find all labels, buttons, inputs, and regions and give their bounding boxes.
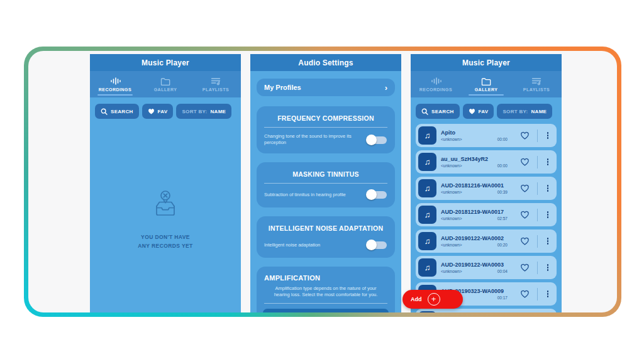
masking-tinnitus-desc: Subtraction of tinnitus in hearing profi… — [264, 192, 346, 198]
tab-recordings-label: RECORDINGS — [419, 87, 452, 92]
divider — [264, 183, 387, 184]
tab-playlists-label: PLAYLISTS — [203, 87, 229, 92]
tab-recordings[interactable]: RECORDINGS — [90, 71, 140, 97]
masking-tinnitus-toggle[interactable] — [366, 189, 387, 200]
amplification-title: AMPLIFICATION — [264, 274, 387, 282]
track-title: Apito — [441, 130, 508, 136]
track-artist: <unknown> — [441, 163, 462, 168]
music-note-icon: ♫ — [418, 311, 436, 312]
favorite-heart-icon[interactable] — [520, 131, 530, 140]
track-text: AUD-20190122-WA0002<unknown>00:20 — [441, 235, 508, 247]
track-text: AUD-20181219-WA0017<unknown>02:57 — [441, 209, 508, 221]
track-duration: 02:57 — [497, 216, 508, 221]
track-row[interactable]: ♫AUD-20181216-WA0001<unknown>00:39 — [416, 177, 557, 200]
music-note-icon: ♫ — [418, 206, 436, 224]
settings-title: Audio Settings — [298, 58, 353, 67]
tab-playlists[interactable]: PLAYLISTS — [191, 71, 241, 97]
divider — [264, 303, 387, 304]
fav-filter-button[interactable]: FAV — [142, 104, 174, 119]
my-profiles-label: My Profiles — [264, 84, 301, 91]
tab-playlists[interactable]: PLAYLISTS — [511, 71, 562, 97]
track-artist: <unknown> — [441, 137, 462, 141]
more-options-icon[interactable] — [544, 209, 552, 221]
playlist-icon — [211, 77, 221, 86]
tab-recordings[interactable]: RECORDINGS — [411, 71, 461, 97]
track-title: AUD-20181219-WA0017 — [441, 209, 508, 215]
divider — [537, 288, 538, 301]
track-title: AUD-20190122-WA0002 — [441, 235, 508, 241]
search-icon — [101, 108, 108, 115]
amplification-dectone-button[interactable]: DECTONE — [263, 309, 389, 313]
app-title: Music Player — [462, 58, 510, 67]
favorite-heart-icon[interactable] — [520, 211, 530, 219]
empty-state: YOU DON'T HAVE ANY RECORDS YET — [90, 189, 241, 250]
favorite-heart-icon[interactable] — [520, 158, 530, 166]
more-options-icon[interactable] — [544, 183, 552, 194]
plus-icon: + — [428, 293, 440, 306]
favorite-heart-icon[interactable] — [520, 184, 530, 192]
screen-recordings: Music Player RECORDINGS GALLERY PLAYLIST… — [90, 54, 241, 312]
noise-adaptation-toggle[interactable] — [366, 240, 387, 250]
fav-filter-button[interactable]: FAV — [463, 104, 494, 119]
music-note-icon: ♫ — [418, 153, 436, 171]
frequency-compression-title: FREQUENCY COMPRESSION — [263, 114, 389, 122]
track-row[interactable]: ♫AUD-20181219-WA0017<unknown>02:57 — [416, 203, 557, 226]
tab-bar: RECORDINGS GALLERY PLAYLISTS — [90, 71, 241, 97]
track-artist: <unknown> — [441, 190, 462, 194]
page-title: Music Player — [411, 54, 562, 71]
search-label: SEARCH — [111, 109, 133, 114]
search-button[interactable]: SEARCH — [416, 104, 460, 119]
divider — [537, 262, 538, 274]
favorite-heart-icon[interactable] — [520, 237, 530, 245]
add-button[interactable]: Add + — [402, 290, 463, 309]
sort-by-label: SORT BY: — [182, 109, 207, 114]
tab-gallery[interactable]: GALLERY — [461, 71, 511, 97]
my-profiles-button[interactable]: My Profiles › — [257, 79, 395, 96]
search-button[interactable]: SEARCH — [95, 104, 139, 119]
sort-button[interactable]: SORT BY: NAME — [497, 104, 552, 119]
more-options-icon[interactable] — [544, 289, 552, 300]
music-note-icon: ♫ — [418, 179, 436, 197]
track-row[interactable]: ♫AUD-20190122-WA0002<unknown>00:20 — [416, 229, 557, 253]
track-row[interactable]: ♫Apito<unknown>00:00 — [416, 124, 557, 147]
toolbar: SEARCH FAV SORT BY: NAME — [411, 97, 562, 124]
screens-card: Music Player RECORDINGS GALLERY PLAYLIST… — [28, 51, 617, 312]
more-options-icon[interactable] — [544, 130, 552, 141]
frequency-compression-desc: Changing tone of the sound to improve it… — [264, 133, 360, 146]
sort-button[interactable]: SORT BY: NAME — [176, 104, 231, 119]
page-title: Music Player — [90, 54, 241, 71]
track-artist: <unknown> — [441, 269, 462, 273]
track-duration: 00:00 — [497, 137, 508, 141]
frequency-compression-toggle[interactable] — [366, 135, 387, 145]
track-text: Apito<unknown>00:00 — [441, 130, 508, 141]
sort-value: NAME — [531, 109, 547, 114]
track-list: ♫Apito<unknown>00:00♫au_uu_SzH34yR2<unkn… — [411, 124, 562, 312]
favorite-heart-icon[interactable] — [520, 290, 530, 298]
track-text: AUD-20181216-WA0001<unknown>00:39 — [441, 182, 508, 194]
heart-icon — [148, 108, 155, 114]
track-row[interactable]: ♫AUD-20190122-WA0003<unknown>00:04 — [416, 256, 557, 279]
more-options-icon[interactable] — [544, 236, 552, 247]
track-artist: <unknown> — [441, 216, 462, 221]
screen-gallery: Music Player RECORDINGS GALLERY PLAYLIST… — [411, 54, 562, 312]
noise-adaptation-desc: Intelligent noise adaptation — [264, 242, 320, 248]
track-row-partial[interactable]: ♫ — [416, 309, 557, 312]
search-label: SEARCH — [431, 109, 454, 114]
track-title: AUD-20181216-WA0001 — [441, 182, 508, 189]
favorite-heart-icon[interactable] — [520, 263, 530, 272]
chevron-right-icon: › — [385, 83, 387, 92]
track-text: AUD-20190122-WA0003<unknown>00:04 — [441, 262, 508, 273]
search-icon — [421, 108, 428, 115]
app-title: Music Player — [142, 58, 189, 67]
track-duration: 00:20 — [497, 243, 508, 247]
tab-gallery[interactable]: GALLERY — [140, 71, 191, 97]
waveform-icon — [110, 77, 121, 86]
divider — [537, 235, 538, 248]
tab-playlists-label: PLAYLISTS — [523, 87, 550, 92]
track-duration: 00:00 — [497, 163, 508, 168]
playlist-icon — [531, 77, 541, 86]
track-row[interactable]: ♫au_uu_SzH34yR2<unknown>00:00 — [416, 150, 557, 174]
add-button-label: Add — [411, 296, 422, 302]
more-options-icon[interactable] — [544, 262, 552, 273]
more-options-icon[interactable] — [544, 157, 552, 168]
